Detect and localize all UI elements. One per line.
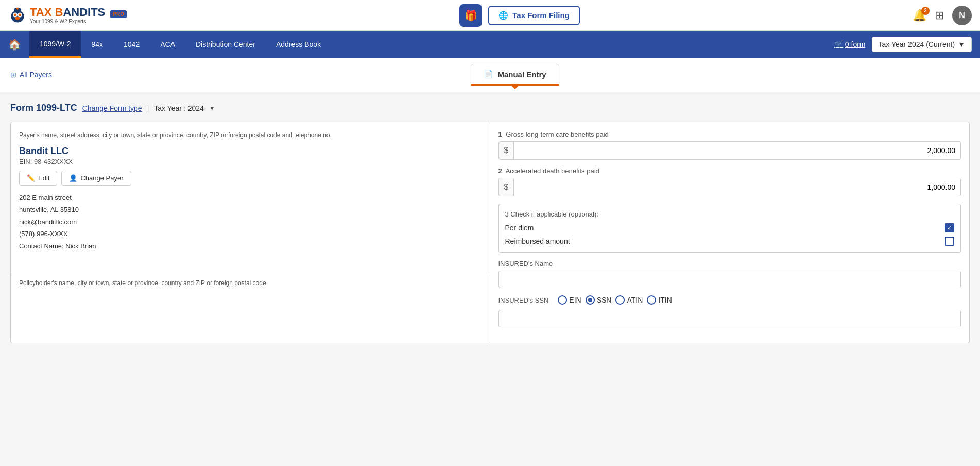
manual-entry-button[interactable]: 📄 Manual Entry [471, 64, 559, 86]
change-payer-person-icon: 👤 [69, 174, 77, 182]
radio-atin[interactable]: ATIN [615, 295, 643, 305]
main-content: Form 1099-LTC Change Form type | Tax Yea… [0, 92, 980, 354]
nav-home-button[interactable]: 🏠 [0, 31, 29, 58]
field1-input[interactable] [514, 142, 960, 159]
fields-section: 1 Gross long-term care benefits paid $ 2… [490, 122, 970, 343]
payer-address: 202 E main street huntsville, AL 35810 n… [19, 192, 482, 252]
edit-pencil-icon: ✏️ [27, 174, 35, 182]
logo-owl-icon [8, 6, 27, 25]
all-payers-label: All Payers [20, 71, 52, 79]
form-tax-year-arrow-icon[interactable]: ▼ [209, 105, 215, 112]
radio-ssn-circle [586, 295, 595, 305]
nav-item-1099w2[interactable]: 1099/W-2 [29, 31, 81, 58]
insured-ssn-radio-group: INSURED's SSN EIN SSN ATIN [498, 295, 961, 305]
nav-item-distribution[interactable]: Distribution Center [185, 31, 266, 58]
notifications-button[interactable]: 🔔 2 [913, 9, 926, 22]
avatar[interactable]: N [952, 6, 972, 25]
field1-input-wrap: $ [498, 141, 961, 160]
radio-itin-circle [647, 295, 656, 305]
form-title: Form 1099-LTC [10, 103, 77, 113]
tax-year-select[interactable]: Tax Year 2024 (Current) ▼ [872, 37, 972, 52]
insured-name-group: INSURED's Name [498, 260, 961, 288]
field1-group: 1 Gross long-term care benefits paid $ [498, 130, 961, 160]
separator: | [147, 104, 149, 112]
gift-button[interactable]: 🎁 [459, 4, 482, 27]
payer-phone: (578) 996-XXXX [19, 228, 482, 240]
nav-label-94x: 94x [91, 40, 103, 48]
nav-item-aca[interactable]: ACA [150, 31, 185, 58]
field2-group: 2 Accelerated death benefits paid $ [498, 167, 961, 196]
tax-form-filing-button[interactable]: 🌐 Tax Form Filing [488, 6, 580, 25]
cart-label: 0 form [845, 40, 866, 48]
nav-label-addressbook: Address Book [276, 40, 321, 48]
main-nav: 🏠 1099/W-2 94x 1042 ACA Distribution Cen… [0, 31, 980, 58]
logo-tagline: Your 1099 & W2 Experts [30, 19, 127, 24]
form-header: Form 1099-LTC Change Form type | Tax Yea… [10, 103, 970, 113]
field1-currency-symbol: $ [499, 142, 514, 159]
cart-button[interactable]: 🛒 0 form [834, 40, 866, 48]
per-diem-row: Per diem ✓ [505, 223, 955, 232]
payer-address-line2: huntsville, AL 35810 [19, 204, 482, 215]
header-right: 🔔 2 ⊞ N [913, 6, 972, 25]
edit-label: Edit [38, 174, 49, 182]
nav-item-94x[interactable]: 94x [81, 31, 113, 58]
nav-label-aca: ACA [160, 40, 175, 48]
radio-ssn[interactable]: SSN [586, 295, 612, 305]
svg-point-7 [15, 16, 20, 19]
field2-input-wrap: $ [498, 178, 961, 196]
payer-name: Bandit LLC [19, 146, 482, 157]
insured-name-label: INSURED's Name [498, 260, 961, 268]
grid-button[interactable]: ⊞ [935, 9, 944, 22]
nav-label-1099w2: 1099/W-2 [40, 40, 71, 48]
payer-description: Payer's name, street address, city or to… [19, 130, 482, 140]
globe-icon: 🌐 [498, 11, 508, 20]
nav-item-addressbook[interactable]: Address Book [266, 31, 331, 58]
tax-year-arrow-icon: ▼ [958, 40, 965, 48]
reimbursed-row: Reimbursed amount [505, 237, 955, 246]
radio-ssn-label: SSN [597, 296, 612, 304]
field1-label: 1 Gross long-term care benefits paid [498, 130, 961, 138]
header-center: 🎁 🌐 Tax Form Filing [127, 4, 913, 27]
payer-address-line1: 202 E main street [19, 192, 482, 204]
payer-contact: Contact Name: Nick Brian [19, 240, 482, 252]
field3-label: 3 Check if applicable (optional): [505, 210, 955, 218]
radio-atin-label: ATIN [627, 296, 643, 304]
payer-email: nick@banditllc.com [19, 216, 482, 228]
form-card: Payer's name, street address, city or to… [10, 122, 970, 343]
edit-button[interactable]: ✏️ Edit [19, 171, 57, 186]
radio-ein-circle [558, 295, 567, 305]
field2-currency-symbol: $ [499, 178, 514, 196]
per-diem-checkbox[interactable]: ✓ [945, 223, 954, 232]
radio-itin-label: ITIN [658, 296, 672, 304]
manual-entry-label: Manual Entry [497, 70, 546, 79]
reimbursed-label: Reimbursed amount [505, 237, 570, 245]
pro-badge: PRO [110, 10, 127, 18]
policyholder-description: Policyholder's name, city or town, state… [19, 279, 482, 287]
radio-itin[interactable]: ITIN [647, 295, 672, 305]
insured-ssn-input[interactable] [498, 310, 961, 327]
tax-year-label: Tax Year 2024 (Current) [879, 40, 955, 48]
home-icon: 🏠 [8, 38, 21, 51]
field2-input[interactable] [514, 179, 960, 195]
field2-label: 2 Accelerated death benefits paid [498, 167, 961, 175]
check-mark-icon: ✓ [947, 224, 952, 231]
nav-item-1042[interactable]: 1042 [113, 31, 150, 58]
all-payers-link[interactable]: ⊞ All Payers [10, 71, 52, 79]
radio-ein[interactable]: EIN [558, 295, 581, 305]
cart-icon: 🛒 [834, 40, 843, 48]
insured-ssn-label: INSURED's SSN [498, 296, 549, 304]
payer-actions: ✏️ Edit 👤 Change Payer [19, 171, 482, 186]
change-form-type-link[interactable]: Change Form type [82, 104, 142, 112]
notification-badge: 2 [921, 7, 930, 15]
reimbursed-checkbox[interactable] [945, 237, 954, 246]
logo-text: TAX BANDITS PRO Your 1099 & W2 Experts [30, 6, 127, 24]
subheader: ⊞ All Payers 📄 Manual Entry [0, 58, 980, 92]
change-payer-button[interactable]: 👤 Change Payer [61, 171, 131, 186]
insured-name-input[interactable] [498, 271, 961, 288]
nav-label-1042: 1042 [124, 40, 140, 48]
header: TAX BANDITS PRO Your 1099 & W2 Experts 🎁… [0, 0, 980, 31]
change-payer-label: Change Payer [80, 174, 123, 182]
radio-atin-circle [615, 295, 625, 305]
policyholder-section: Policyholder's name, city or town, state… [11, 273, 490, 293]
grid-icon: ⊞ [935, 9, 944, 22]
